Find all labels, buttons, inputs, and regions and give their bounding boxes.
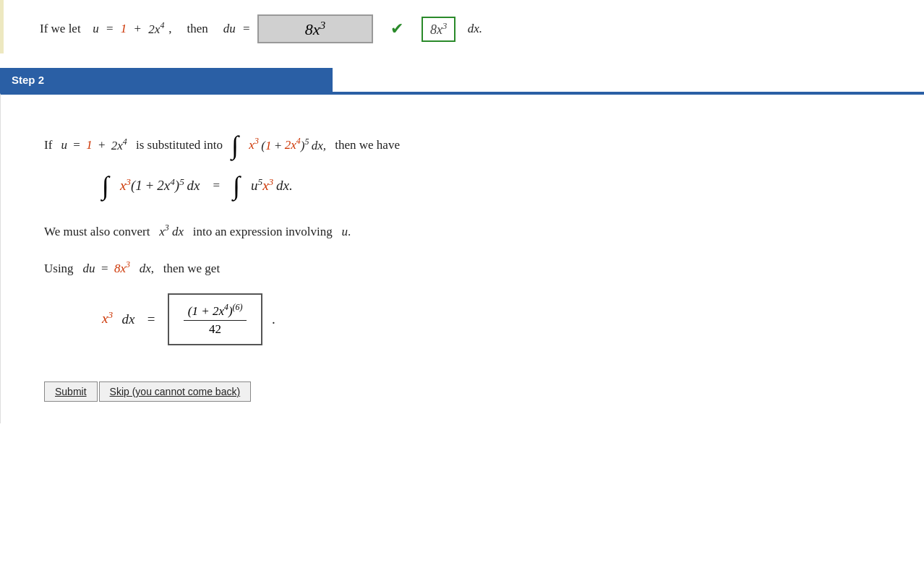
red-one: 1	[121, 18, 127, 40]
fraction-display: (1 + 2x4)(6) 42	[184, 302, 247, 337]
u-var2: u	[61, 134, 68, 157]
step2-header: Step 2	[0, 68, 333, 92]
then-we-get: then we get	[163, 262, 220, 275]
step1-prefix-text: If we let	[40, 18, 81, 40]
lhs-integrand: x3(1 + 2x4)5 dx	[120, 173, 200, 199]
is-substituted: is substituted into	[136, 134, 223, 157]
comma: ,	[168, 18, 171, 40]
du-label: du	[223, 18, 236, 40]
integral-symbol-1: ∫	[231, 132, 239, 158]
eq5: =	[144, 307, 158, 332]
dx-label: dx.	[468, 18, 482, 40]
rhs-integrand: u5x3 dx.	[251, 173, 293, 199]
dx2: dx	[140, 262, 151, 275]
du-label2: du	[82, 262, 95, 275]
if-label: If	[44, 134, 52, 157]
eq4: =	[98, 262, 111, 275]
equals-sign: =	[103, 18, 116, 40]
we-must-convert: We must also convert	[44, 225, 150, 238]
period2: .	[272, 307, 275, 332]
then-label: then	[187, 18, 208, 40]
period1: .	[348, 225, 351, 238]
using-label: Using	[44, 262, 74, 275]
answer-value: 8x3	[305, 20, 325, 38]
then-we-have: then we have	[335, 134, 400, 157]
integrand-1: x3 (1 + 2x4)5 dx,	[249, 134, 326, 157]
equals-sign-2: =	[240, 18, 253, 40]
submit-button[interactable]: Submit	[44, 381, 98, 402]
answer-input-box: 8x3	[257, 14, 373, 43]
red-one-2: 1	[86, 134, 93, 157]
correct-value: 8x3	[430, 22, 447, 37]
red-8x3: 8x3	[114, 262, 130, 275]
x3-label: x3	[102, 306, 113, 332]
boxed-fraction: (1 + 2x4)(6) 42	[168, 293, 263, 345]
integral-symbol-3: ∫	[233, 173, 240, 199]
into-expression: into an expression involving	[193, 225, 333, 238]
correct-answer-box: 8x3	[422, 17, 455, 42]
plus2: +	[95, 134, 108, 157]
plus-sign: +	[131, 18, 144, 40]
comma2: ,	[151, 262, 154, 275]
fraction-denominator: 42	[205, 321, 226, 337]
term-2x4: 2x4	[148, 18, 164, 40]
x3-dx-label: x3 dx	[159, 225, 184, 238]
integral-symbol-2: ∫	[102, 173, 109, 199]
eq-sign-main: =	[213, 175, 221, 197]
checkmark-icon: ✔	[390, 20, 403, 38]
u-var3: u	[342, 225, 348, 238]
u-variable: u	[93, 18, 99, 40]
dx3: dx	[122, 307, 135, 332]
eq3: =	[70, 134, 83, 157]
skip-button[interactable]: Skip (you cannot come back)	[99, 381, 252, 402]
term-2x4-2: 2x4	[111, 134, 127, 157]
fraction-numerator: (1 + 2x4)(6)	[184, 302, 247, 321]
